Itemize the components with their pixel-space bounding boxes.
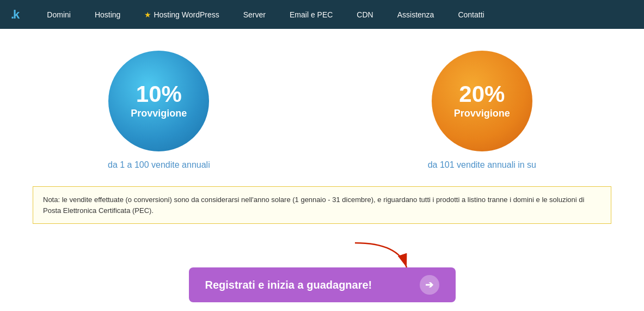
note-text: Nota: le vendite effettuate (o conversio…: [43, 196, 584, 215]
nav-item-wordpress-label: Hosting WordPress: [154, 10, 219, 19]
circle-10-subtitle: da 1 a 100 vendite annuali: [108, 160, 210, 170]
red-arrow-icon: [349, 240, 415, 273]
main-content: 10% Provvigione da 1 a 100 vendite annua…: [0, 29, 644, 311]
nav-item-assistenza[interactable]: Assistenza: [385, 0, 446, 29]
circle-20: 20% Provvigione: [432, 51, 532, 151]
circle-20-percent: 20%: [459, 83, 505, 106]
logo[interactable]: .k: [11, 8, 19, 22]
circle-20-label: Provvigione: [454, 108, 510, 119]
circle-block-10: 10% Provvigione da 1 a 100 vendite annua…: [108, 51, 210, 170]
circle-10-label: Provvigione: [131, 108, 187, 119]
nav-item-server[interactable]: Server: [231, 0, 278, 29]
circles-row: 10% Provvigione da 1 a 100 vendite annua…: [33, 51, 611, 170]
circle-20-subtitle: da 101 vendite annuali in su: [428, 160, 536, 170]
note-box: Nota: le vendite effettuate (o conversio…: [33, 186, 611, 224]
cta-arrow-icon: ➔: [425, 279, 433, 291]
nav-item-hosting[interactable]: Hosting: [83, 0, 132, 29]
star-icon: ★: [144, 10, 151, 19]
nav-item-domini[interactable]: Domini: [35, 0, 83, 29]
main-nav: .k Domini Hosting ★ Hosting WordPress Se…: [0, 0, 644, 29]
circle-block-20: 20% Provvigione da 101 vendite annuali i…: [428, 51, 536, 170]
nav-item-contatti[interactable]: Contatti: [446, 0, 496, 29]
register-button-label: Registrati e inizia a guadagnare!: [205, 279, 372, 291]
nav-items: Domini Hosting ★ Hosting WordPress Serve…: [35, 0, 633, 29]
cta-arrow-circle: ➔: [420, 275, 439, 295]
nav-item-cdn[interactable]: CDN: [345, 0, 385, 29]
arrow-container: [186, 240, 458, 273]
nav-item-email-pec[interactable]: Email e PEC: [278, 0, 345, 29]
circle-10: 10% Provvigione: [108, 51, 209, 151]
nav-item-hosting-wordpress[interactable]: ★ Hosting WordPress: [132, 0, 231, 29]
cta-area: Registrati e inizia a guadagnare! ➔: [33, 240, 611, 302]
circle-10-percent: 10%: [136, 83, 182, 106]
